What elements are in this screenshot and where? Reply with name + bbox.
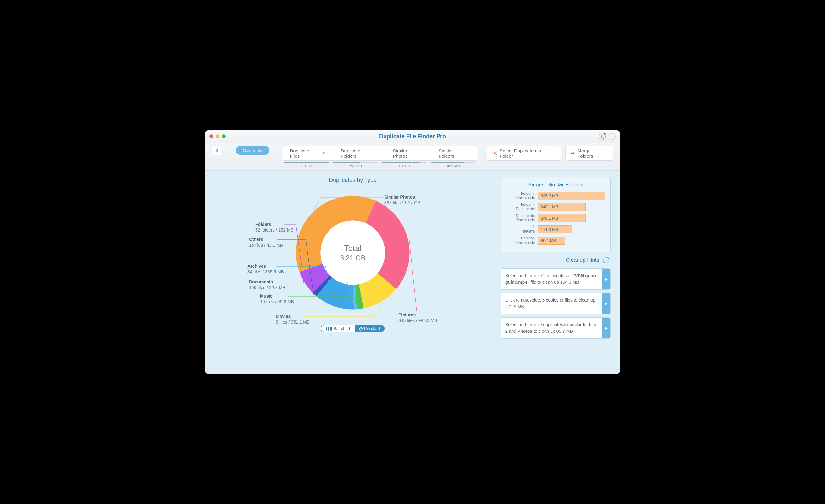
hint-text: Select and remove 2 duplicates of "VPN q… <box>501 269 602 289</box>
activity-icon[interactable] <box>599 133 606 140</box>
folder-row[interactable]: Folder 4Documents 240.1 MB <box>506 203 605 212</box>
hints-header: Cleanup Hints › <box>501 257 611 263</box>
tab-similar-folders[interactable]: Similar Folders <box>431 147 477 160</box>
folder-size-bar: 336.3 MB <box>538 192 605 200</box>
tab-size-bar: 252 MB <box>331 162 380 168</box>
folder-pair: Folder 4Documents <box>506 203 535 212</box>
slice-label-others[interactable]: Others15 files / 43.1 MB <box>249 237 283 248</box>
merge-folders-label: Merge Folders <box>577 148 608 159</box>
slice-label-archives[interactable]: Archives34 files / 365.5 MB <box>247 263 284 275</box>
chart-area: Duplicates by Type Total 3.21 GB ▮▮▮ Bar… <box>214 177 491 368</box>
bar-chart-button[interactable]: ▮▮▮ Bar chart <box>321 325 355 332</box>
folder-row[interactable]: 2печать 171.3 MB <box>506 225 605 234</box>
merge-folders-button[interactable]: ➜ Merge Folders <box>565 146 613 161</box>
folder-row[interactable]: DocumentsDownloads 240.1 MB <box>506 214 605 223</box>
chart-type-switch: ▮▮▮ Bar chart ◔ Pie chart <box>214 325 491 332</box>
select-duplicates-label: Select Duplicates in Folder <box>500 148 555 159</box>
pie-chart-button[interactable]: ◔ Pie chart <box>355 325 384 332</box>
hint-go-icon[interactable]: ▶ <box>602 293 610 314</box>
chevron-down-icon: ▼ <box>322 152 325 155</box>
back-button[interactable] <box>212 146 222 155</box>
tab-size-bar: 1.2 GB <box>380 162 429 168</box>
tab-duplicate-folders[interactable]: Duplicate Folders <box>333 147 385 160</box>
hint-text: Click to autoselect 5 copies of files to… <box>501 293 602 314</box>
center-value: 3.21 GB <box>340 254 366 262</box>
slice-label-similar-photos[interactable]: Similar Photos367 files / 1.17 GB <box>384 194 420 205</box>
hint-text: Select and remove duplicates in similar … <box>501 318 602 338</box>
folder-pair: DesktopDownloads <box>506 236 535 245</box>
center-label: Total <box>340 243 366 253</box>
window-title: Duplicate File Finder Pro <box>205 133 620 140</box>
hint-go-icon[interactable]: ▶ <box>602 269 610 289</box>
folder-pair: 2печать <box>506 225 535 234</box>
folder-pair: DocumentsDownloads <box>506 214 535 223</box>
slice-label-pictures[interactable]: Pictures645 files / 946.3 MB <box>398 312 437 323</box>
donut-chart[interactable]: Total 3.21 GB <box>293 193 412 312</box>
select-duplicates-button[interactable]: Select Duplicates in Folder <box>487 146 561 161</box>
sidebar: Biggest Similar Folders Folder 4Download… <box>501 177 611 368</box>
slice-label-folders[interactable]: Folders62 folders / 252 MB <box>255 222 293 233</box>
slice-label-music[interactable]: Music10 files / 59.8 MB <box>260 293 294 305</box>
toolbar: Overview Duplicate Files ▼Duplicate Fold… <box>205 143 620 171</box>
tab-size-bar: 1.8 GB <box>282 162 331 168</box>
hints-next-icon[interactable]: › <box>603 257 609 263</box>
folder-size-bar: 240.1 MB <box>538 214 605 222</box>
hint-card[interactable]: Select and remove 2 duplicates of "VPN q… <box>501 268 611 290</box>
target-icon <box>492 151 497 156</box>
titlebar: Duplicate File Finder Pro i <box>205 131 620 143</box>
chart-center: Total 3.21 GB <box>340 243 366 262</box>
slice-label-documents[interactable]: Documents109 files / 22.7 MB <box>249 279 286 290</box>
overview-tab[interactable]: Overview <box>236 146 270 155</box>
slice-label-movies[interactable]: Movies6 files / 351.1 MB <box>276 314 310 325</box>
tab-similar-photos[interactable]: Similar Photos <box>385 147 431 160</box>
info-icon[interactable]: i <box>609 133 616 140</box>
chart-title: Duplicates by Type <box>214 177 491 183</box>
folder-size-bar: 86.4 MB <box>538 237 605 245</box>
pie-icon: ◔ <box>359 326 363 331</box>
folder-pair: Folder 4Downloads <box>506 192 535 200</box>
folder-size-bar: 240.1 MB <box>538 203 605 211</box>
hint-card[interactable]: Click to autoselect 5 copies of files to… <box>501 293 611 314</box>
hint-card[interactable]: Select and remove duplicates in similar … <box>501 317 611 339</box>
merge-icon: ➜ <box>571 150 575 156</box>
bar-icon: ▮▮▮ <box>325 326 332 331</box>
folder-row[interactable]: Folder 4Downloads 336.3 MB <box>506 192 605 200</box>
category-tabs: Duplicate Files ▼Duplicate FoldersSimila… <box>282 146 478 168</box>
tab-size-bar: 905 MB <box>429 162 478 168</box>
folder-size-bar: 171.3 MB <box>538 225 605 234</box>
folder-row[interactable]: DesktopDownloads 86.4 MB <box>506 236 605 245</box>
biggest-folders-panel: Biggest Similar Folders Folder 4Download… <box>501 177 611 252</box>
main-content: Duplicates by Type Total 3.21 GB ▮▮▮ Bar… <box>205 171 620 374</box>
svg-point-0 <box>601 137 601 138</box>
tab-duplicate-files[interactable]: Duplicate Files ▼ <box>282 147 333 160</box>
app-window: Duplicate File Finder Pro i Overview Dup… <box>205 131 620 374</box>
hints-title: Cleanup Hints <box>566 257 599 263</box>
biggest-folders-title: Biggest Similar Folders <box>506 182 605 188</box>
hint-go-icon[interactable]: ▶ <box>602 318 610 338</box>
